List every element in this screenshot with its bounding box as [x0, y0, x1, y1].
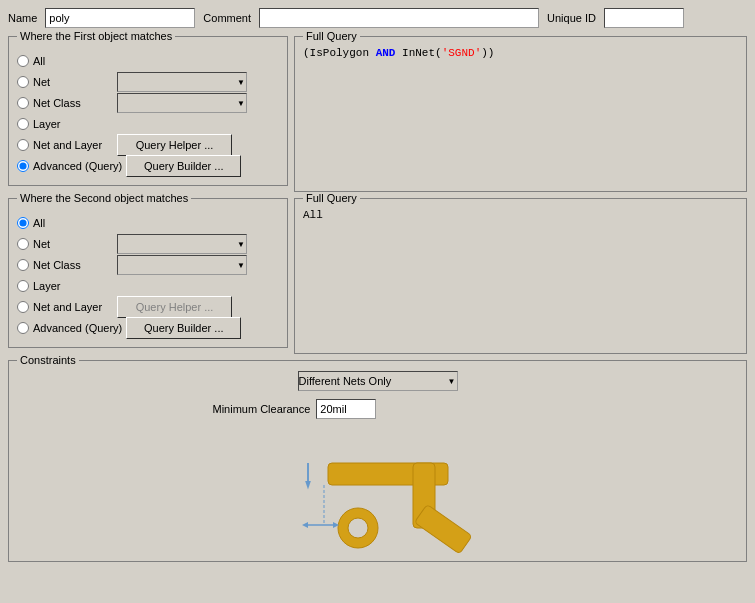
- name-label: Name: [8, 12, 37, 24]
- constraints-box: Constraints Different Nets Only Same Net…: [8, 360, 747, 562]
- svg-marker-8: [302, 522, 308, 528]
- so-all-radio[interactable]: [17, 217, 29, 229]
- fo-netclass-row: Net Class: [17, 93, 279, 113]
- fo-net-row: Net: [17, 72, 279, 92]
- so-advanced-radio[interactable]: [17, 322, 29, 334]
- fo-layer-radio[interactable]: [17, 118, 29, 130]
- first-query-panel: Full Query (IsPolygon AND InNet('SGND')): [294, 36, 747, 192]
- fo-netclass-dropdown-wrapper: [117, 93, 247, 113]
- so-netandlayer-radio[interactable]: [17, 301, 29, 313]
- fo-net-dropdown-wrapper: [117, 72, 247, 92]
- so-layer-radio[interactable]: [17, 280, 29, 292]
- first-object-title: Where the First object matches: [17, 30, 175, 42]
- second-object-group: Where the Second object matches All Net: [8, 198, 288, 348]
- so-netclass-radio[interactable]: [17, 259, 29, 271]
- so-layer-row: Layer: [17, 276, 279, 296]
- clearance-input[interactable]: [316, 399, 376, 419]
- fo-netclass-dropdown[interactable]: [117, 93, 247, 113]
- second-object-options: All Net Net Class: [17, 205, 279, 339]
- so-net-dropdown[interactable]: [117, 234, 247, 254]
- so-net-label: Net: [33, 238, 113, 250]
- so-netclass-dropdown[interactable]: [117, 255, 247, 275]
- fo-net-label: Net: [33, 76, 113, 88]
- so-advanced-label: Advanced (Query): [33, 322, 122, 334]
- fo-all-radio[interactable]: [17, 55, 29, 67]
- so-net-radio[interactable]: [17, 238, 29, 250]
- constraints-title: Constraints: [17, 354, 79, 366]
- fo-query-builder-button[interactable]: Query Builder ...: [126, 155, 241, 177]
- fo-net-radio[interactable]: [17, 76, 29, 88]
- constraints-dropdown-wrapper: Different Nets Only Same Net Only Any Ne…: [298, 371, 458, 391]
- fo-netandlayer-label: Net and Layer: [33, 139, 113, 151]
- fo-all-row: All: [17, 51, 279, 71]
- so-netclass-row: Net Class: [17, 255, 279, 275]
- so-netclass-dropdown-wrapper: [117, 255, 247, 275]
- first-object-panel: Where the First object matches All Net: [8, 36, 288, 192]
- comment-input[interactable]: [259, 8, 539, 28]
- second-object-title: Where the Second object matches: [17, 192, 191, 204]
- so-all-label: All: [33, 217, 113, 229]
- fo-query-helper-button[interactable]: Query Helper ...: [117, 134, 232, 156]
- name-input[interactable]: [45, 8, 195, 28]
- so-netandlayer-row: Net and Layer Query Helper ...: [17, 297, 279, 317]
- first-full-query-box: Full Query (IsPolygon AND InNet('SGND')): [294, 36, 747, 192]
- constraints-dropdown[interactable]: Different Nets Only Same Net Only Any Ne…: [298, 371, 458, 391]
- and-keyword: AND: [376, 47, 396, 59]
- first-full-query-title: Full Query: [303, 30, 360, 42]
- so-query-builder-button[interactable]: Query Builder ...: [126, 317, 241, 339]
- comment-label: Comment: [203, 12, 251, 24]
- so-netclass-label: Net Class: [33, 259, 113, 271]
- second-object-panel: Where the Second object matches All Net: [8, 198, 288, 354]
- fo-net-dropdown[interactable]: [117, 72, 247, 92]
- so-query-helper-button[interactable]: Query Helper ...: [117, 296, 232, 318]
- so-layer-label: Layer: [33, 280, 113, 292]
- so-net-row: Net: [17, 234, 279, 254]
- svg-point-4: [348, 518, 368, 538]
- svg-rect-2: [414, 504, 472, 553]
- fo-netandlayer-radio[interactable]: [17, 139, 29, 151]
- fo-netandlayer-row: Net and Layer Query Helper ...: [17, 135, 279, 155]
- fo-netclass-radio[interactable]: [17, 97, 29, 109]
- second-object-section: Where the Second object matches All Net: [8, 198, 747, 354]
- so-netandlayer-label: Net and Layer: [33, 301, 113, 313]
- fo-advanced-radio[interactable]: [17, 160, 29, 172]
- fo-all-label: All: [33, 55, 113, 67]
- first-object-section: Where the First object matches All Net: [8, 36, 747, 192]
- first-object-group: Where the First object matches All Net: [8, 36, 288, 186]
- min-clearance-label: Minimum Clearance: [213, 403, 311, 415]
- fo-layer-label: Layer: [33, 118, 113, 130]
- uniqueid-input[interactable]: [604, 8, 684, 28]
- fo-netclass-label: Net Class: [33, 97, 113, 109]
- so-net-dropdown-wrapper: [117, 234, 247, 254]
- first-object-options: All Net Net Class: [17, 43, 279, 177]
- fo-advanced-row: Advanced (Query) Query Builder ...: [17, 156, 279, 176]
- fo-advanced-label: Advanced (Query): [33, 160, 122, 172]
- second-full-query-box: Full Query All: [294, 198, 747, 354]
- so-all-row: All: [17, 213, 279, 233]
- constraints-content: Different Nets Only Same Net Only Any Ne…: [17, 367, 738, 553]
- second-full-query-title: Full Query: [303, 192, 360, 204]
- constraints-dropdown-row: Different Nets Only Same Net Only Any Ne…: [298, 371, 458, 391]
- first-full-query-text: (IsPolygon AND InNet('SGND')): [303, 47, 738, 59]
- so-advanced-row: Advanced (Query) Query Builder ...: [17, 318, 279, 338]
- second-full-query-text: All: [303, 209, 738, 221]
- sgnd-string: 'SGND': [442, 47, 482, 59]
- second-query-panel: Full Query All: [294, 198, 747, 354]
- fo-layer-row: Layer: [17, 114, 279, 134]
- pcb-diagram: [278, 423, 478, 553]
- uniqueid-label: Unique ID: [547, 12, 596, 24]
- header-row: Name Comment Unique ID: [8, 8, 747, 28]
